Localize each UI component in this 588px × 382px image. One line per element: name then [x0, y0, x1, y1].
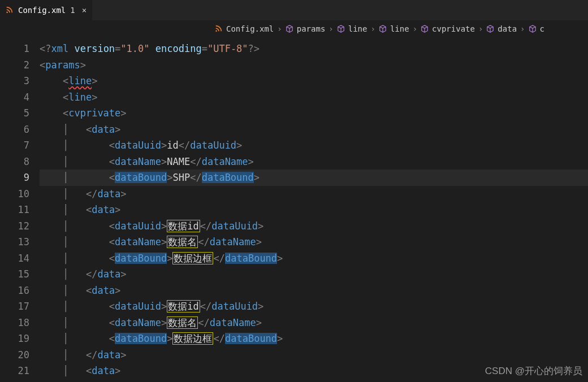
cube-icon — [421, 25, 429, 33]
line-number: 17 — [0, 298, 29, 315]
cube-icon — [379, 25, 387, 33]
line-number: 8 — [0, 154, 29, 170]
chevron-right-icon: › — [413, 24, 417, 33]
cube-icon — [486, 25, 494, 33]
breadcrumb-item[interactable]: params — [297, 24, 326, 33]
code-editor[interactable]: 123456789101112131415161718192021 <?xml … — [0, 37, 588, 382]
editor-tab[interactable]: Config.xml 1 × — [0, 0, 92, 20]
code-line[interactable]: │ <dataBound>数据边框</dataBound> — [40, 331, 588, 347]
line-number: 5 — [0, 105, 29, 121]
chevron-right-icon: › — [370, 24, 375, 33]
watermark-text: CSDN @开心的饲养员 — [485, 364, 582, 377]
line-number: 6 — [0, 121, 29, 138]
code-area[interactable]: <?xml version="1.0" encoding="UTF-8"?><p… — [40, 37, 588, 382]
close-icon[interactable]: × — [82, 6, 87, 15]
tab-modified-indicator: 1 — [70, 6, 75, 15]
breadcrumb-item[interactable]: c — [540, 24, 544, 33]
code-line[interactable]: <line> — [40, 89, 588, 106]
code-line[interactable]: <?xml version="1.0" encoding="UTF-8"?> — [40, 41, 588, 57]
line-number: 14 — [0, 250, 29, 267]
code-line[interactable]: │ <dataUuid>数据id</dataUuid> — [40, 298, 588, 315]
code-line[interactable]: │ <dataUuid>id</dataUuid> — [40, 137, 588, 154]
code-line[interactable]: │ </data> — [40, 266, 588, 283]
breadcrumb-item[interactable]: data — [498, 24, 517, 33]
chevron-right-icon: › — [520, 24, 525, 33]
line-number: 20 — [0, 347, 29, 363]
cube-icon — [337, 25, 345, 33]
line-number: 9 — [0, 170, 29, 186]
breadcrumb[interactable]: Config.xml › params › line › line › cvpr… — [0, 20, 588, 37]
line-number: 4 — [0, 89, 29, 106]
code-line[interactable]: <params> — [40, 57, 588, 73]
code-line[interactable]: │ <dataBound>数据边框</dataBound> — [40, 250, 588, 267]
code-line[interactable]: │ <dataName>数据名</dataName> — [40, 234, 588, 250]
line-number: 12 — [0, 218, 29, 235]
breadcrumb-item[interactable]: line — [348, 24, 368, 33]
code-line[interactable]: <cvprivate> — [40, 105, 588, 121]
line-number: 15 — [0, 266, 29, 283]
code-line[interactable]: │ <data> — [40, 121, 588, 138]
line-number: 2 — [0, 57, 29, 73]
line-number: 11 — [0, 202, 29, 218]
code-line[interactable]: │ <dataUuid>数据id</dataUuid> — [40, 218, 588, 235]
code-line[interactable]: │ <data> — [40, 202, 588, 218]
code-line[interactable]: │ <dataName>NAME</dataName> — [40, 154, 588, 170]
rss-icon — [215, 24, 223, 34]
cube-icon — [529, 25, 537, 33]
line-number: 21 — [0, 363, 29, 379]
code-line[interactable]: │ <dataBound>SHP</dataBound> — [40, 170, 588, 186]
line-number: 18 — [0, 315, 29, 331]
rss-icon — [6, 6, 14, 15]
chevron-right-icon: › — [277, 24, 282, 33]
code-line[interactable]: │ </data> — [40, 347, 588, 363]
code-line[interactable]: │ <dataName>数据名</dataName> — [40, 315, 588, 331]
code-line[interactable]: │ </data> — [40, 186, 588, 202]
line-number-gutter: 123456789101112131415161718192021 — [0, 37, 40, 382]
line-number: 16 — [0, 283, 29, 299]
line-number: 1 — [0, 41, 29, 57]
breadcrumb-item[interactable]: cvprivate — [432, 24, 475, 33]
line-number: 10 — [0, 186, 29, 202]
breadcrumb-item[interactable]: line — [390, 24, 409, 33]
chevron-right-icon: › — [328, 24, 333, 33]
breadcrumb-file[interactable]: Config.xml — [226, 24, 274, 33]
line-number: 3 — [0, 73, 29, 89]
chevron-right-icon: › — [478, 24, 483, 33]
line-number: 19 — [0, 331, 29, 347]
line-number: 13 — [0, 234, 29, 250]
code-line[interactable]: <line> — [40, 73, 588, 89]
tab-bar: Config.xml 1 × — [0, 0, 588, 20]
code-line[interactable]: │ <data> — [40, 283, 588, 299]
tab-title: Config.xml — [18, 6, 66, 15]
cube-icon — [286, 25, 293, 33]
line-number: 7 — [0, 137, 29, 154]
